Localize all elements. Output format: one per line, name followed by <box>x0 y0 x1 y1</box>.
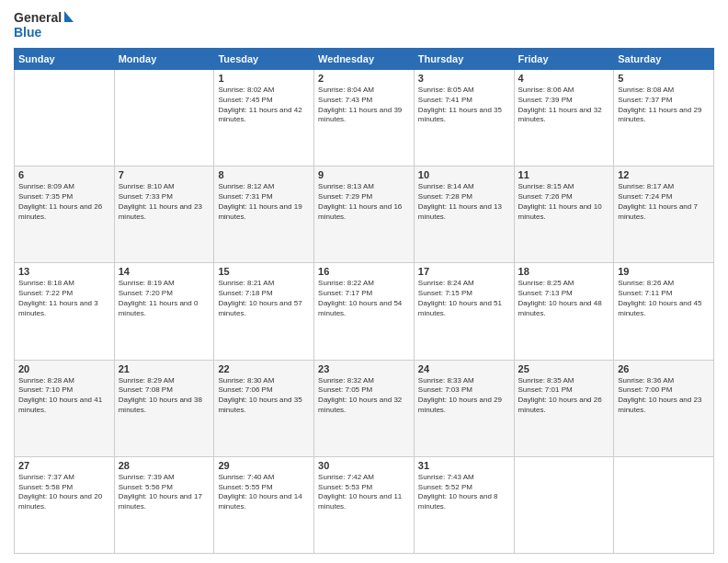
day-number: 14 <box>119 266 210 277</box>
calendar-cell: 27Sunrise: 7:37 AMSunset: 5:58 PMDayligh… <box>15 456 115 553</box>
day-number: 9 <box>318 169 410 180</box>
day-number: 1 <box>218 73 310 84</box>
calendar-table: SundayMondayTuesdayWednesdayThursdayFrid… <box>14 48 714 554</box>
calendar-cell: 30Sunrise: 7:42 AMSunset: 5:53 PMDayligh… <box>314 456 415 553</box>
cell-details: Sunrise: 7:40 AMSunset: 5:55 PMDaylight:… <box>218 473 310 512</box>
calendar-cell: 15Sunrise: 8:21 AMSunset: 7:18 PMDayligh… <box>214 263 314 360</box>
cell-details: Sunrise: 8:36 AMSunset: 7:00 PMDaylight:… <box>618 376 710 416</box>
day-number: 21 <box>119 363 210 374</box>
calendar-cell: 1Sunrise: 8:02 AMSunset: 7:45 PMDaylight… <box>214 70 314 167</box>
day-number: 11 <box>518 169 610 180</box>
logo-icon: GeneralBlue <box>14 9 78 40</box>
day-number: 20 <box>18 363 110 374</box>
calendar-week-4: 20Sunrise: 8:28 AMSunset: 7:10 PMDayligh… <box>15 360 714 456</box>
day-number: 12 <box>618 169 710 180</box>
day-number: 22 <box>218 363 310 374</box>
calendar-cell: 22Sunrise: 8:30 AMSunset: 7:06 PMDayligh… <box>214 360 314 456</box>
cell-details: Sunrise: 8:13 AMSunset: 7:29 PMDaylight:… <box>318 182 410 222</box>
cell-details: Sunrise: 8:30 AMSunset: 7:06 PMDaylight:… <box>218 376 310 416</box>
calendar-cell: 20Sunrise: 8:28 AMSunset: 7:10 PMDayligh… <box>15 360 115 456</box>
cell-details: Sunrise: 8:10 AMSunset: 7:33 PMDaylight:… <box>119 182 210 222</box>
logo: GeneralBlue <box>14 9 78 40</box>
day-number: 16 <box>318 266 410 277</box>
day-number: 7 <box>119 169 210 180</box>
calendar-cell: 17Sunrise: 8:24 AMSunset: 7:15 PMDayligh… <box>414 263 514 360</box>
calendar-cell: 7Sunrise: 8:10 AMSunset: 7:33 PMDaylight… <box>114 167 214 263</box>
day-number: 6 <box>18 169 110 180</box>
cell-details: Sunrise: 8:24 AMSunset: 7:15 PMDaylight:… <box>418 279 510 318</box>
calendar-cell <box>114 70 214 167</box>
day-number: 19 <box>618 266 710 277</box>
day-number: 15 <box>218 266 310 277</box>
day-number: 25 <box>518 363 610 374</box>
day-number: 3 <box>418 73 510 84</box>
day-header-saturday: Saturday <box>614 49 714 70</box>
cell-details: Sunrise: 8:29 AMSunset: 7:08 PMDaylight:… <box>119 376 210 416</box>
calendar-cell: 18Sunrise: 8:25 AMSunset: 7:13 PMDayligh… <box>514 263 614 360</box>
calendar-cell: 24Sunrise: 8:33 AMSunset: 7:03 PMDayligh… <box>414 360 514 456</box>
cell-details: Sunrise: 8:22 AMSunset: 7:17 PMDaylight:… <box>318 279 410 318</box>
page: GeneralBlue SundayMondayTuesdayWednesday… <box>0 0 728 563</box>
day-number: 8 <box>218 169 310 180</box>
calendar-cell <box>514 456 614 553</box>
calendar-cell: 21Sunrise: 8:29 AMSunset: 7:08 PMDayligh… <box>114 360 214 456</box>
calendar-cell: 2Sunrise: 8:04 AMSunset: 7:43 PMDaylight… <box>314 70 415 167</box>
calendar-cell: 23Sunrise: 8:32 AMSunset: 7:05 PMDayligh… <box>314 360 415 456</box>
cell-details: Sunrise: 8:26 AMSunset: 7:11 PMDaylight:… <box>618 279 710 318</box>
cell-details: Sunrise: 8:21 AMSunset: 7:18 PMDaylight:… <box>218 279 310 318</box>
day-number: 31 <box>418 460 510 471</box>
cell-details: Sunrise: 8:12 AMSunset: 7:31 PMDaylight:… <box>218 182 310 222</box>
day-header-tuesday: Tuesday <box>214 49 314 70</box>
day-number: 17 <box>418 266 510 277</box>
day-number: 23 <box>318 363 410 374</box>
calendar-week-3: 13Sunrise: 8:18 AMSunset: 7:22 PMDayligh… <box>15 263 714 360</box>
calendar-cell: 25Sunrise: 8:35 AMSunset: 7:01 PMDayligh… <box>514 360 614 456</box>
day-number: 24 <box>418 363 510 374</box>
cell-details: Sunrise: 8:08 AMSunset: 7:37 PMDaylight:… <box>618 86 710 125</box>
day-number: 18 <box>518 266 610 277</box>
calendar-cell: 5Sunrise: 8:08 AMSunset: 7:37 PMDaylight… <box>614 70 714 167</box>
day-number: 2 <box>318 73 410 84</box>
day-number: 26 <box>618 363 710 374</box>
svg-marker-2 <box>64 11 74 22</box>
day-number: 10 <box>418 169 510 180</box>
cell-details: Sunrise: 8:04 AMSunset: 7:43 PMDaylight:… <box>318 86 410 125</box>
cell-details: Sunrise: 8:33 AMSunset: 7:03 PMDaylight:… <box>418 376 510 416</box>
calendar-week-2: 6Sunrise: 8:09 AMSunset: 7:35 PMDaylight… <box>15 167 714 263</box>
day-header-monday: Monday <box>114 49 214 70</box>
day-number: 4 <box>518 73 610 84</box>
cell-details: Sunrise: 7:37 AMSunset: 5:58 PMDaylight:… <box>18 473 110 512</box>
cell-details: Sunrise: 8:02 AMSunset: 7:45 PMDaylight:… <box>218 86 310 125</box>
svg-text:General: General <box>14 10 62 25</box>
calendar-cell: 31Sunrise: 7:43 AMSunset: 5:52 PMDayligh… <box>414 456 514 553</box>
cell-details: Sunrise: 8:28 AMSunset: 7:10 PMDaylight:… <box>18 376 110 416</box>
day-number: 30 <box>318 460 410 471</box>
cell-details: Sunrise: 8:32 AMSunset: 7:05 PMDaylight:… <box>318 376 410 416</box>
calendar-cell: 3Sunrise: 8:05 AMSunset: 7:41 PMDaylight… <box>414 70 514 167</box>
calendar-cell <box>614 456 714 553</box>
calendar-cell: 14Sunrise: 8:19 AMSunset: 7:20 PMDayligh… <box>114 263 214 360</box>
day-number: 13 <box>18 266 110 277</box>
day-number: 5 <box>618 73 710 84</box>
calendar-header-row: SundayMondayTuesdayWednesdayThursdayFrid… <box>15 49 714 70</box>
cell-details: Sunrise: 8:25 AMSunset: 7:13 PMDaylight:… <box>518 279 610 318</box>
cell-details: Sunrise: 7:43 AMSunset: 5:52 PMDaylight:… <box>418 473 510 512</box>
day-header-wednesday: Wednesday <box>314 49 415 70</box>
cell-details: Sunrise: 7:39 AMSunset: 5:56 PMDaylight:… <box>119 473 210 512</box>
calendar-cell: 29Sunrise: 7:40 AMSunset: 5:55 PMDayligh… <box>214 456 314 553</box>
calendar-cell: 26Sunrise: 8:36 AMSunset: 7:00 PMDayligh… <box>614 360 714 456</box>
svg-text:Blue: Blue <box>14 25 42 40</box>
calendar-cell: 6Sunrise: 8:09 AMSunset: 7:35 PMDaylight… <box>15 167 115 263</box>
day-header-friday: Friday <box>514 49 614 70</box>
cell-details: Sunrise: 7:42 AMSunset: 5:53 PMDaylight:… <box>318 473 410 512</box>
cell-details: Sunrise: 8:18 AMSunset: 7:22 PMDaylight:… <box>18 279 110 318</box>
calendar-cell: 8Sunrise: 8:12 AMSunset: 7:31 PMDaylight… <box>214 167 314 263</box>
cell-details: Sunrise: 8:17 AMSunset: 7:24 PMDaylight:… <box>618 182 710 222</box>
day-number: 28 <box>119 460 210 471</box>
calendar-cell: 12Sunrise: 8:17 AMSunset: 7:24 PMDayligh… <box>614 167 714 263</box>
cell-details: Sunrise: 8:06 AMSunset: 7:39 PMDaylight:… <box>518 86 610 125</box>
calendar-cell: 19Sunrise: 8:26 AMSunset: 7:11 PMDayligh… <box>614 263 714 360</box>
calendar-cell: 11Sunrise: 8:15 AMSunset: 7:26 PMDayligh… <box>514 167 614 263</box>
calendar-week-5: 27Sunrise: 7:37 AMSunset: 5:58 PMDayligh… <box>15 456 714 553</box>
cell-details: Sunrise: 8:15 AMSunset: 7:26 PMDaylight:… <box>518 182 610 222</box>
